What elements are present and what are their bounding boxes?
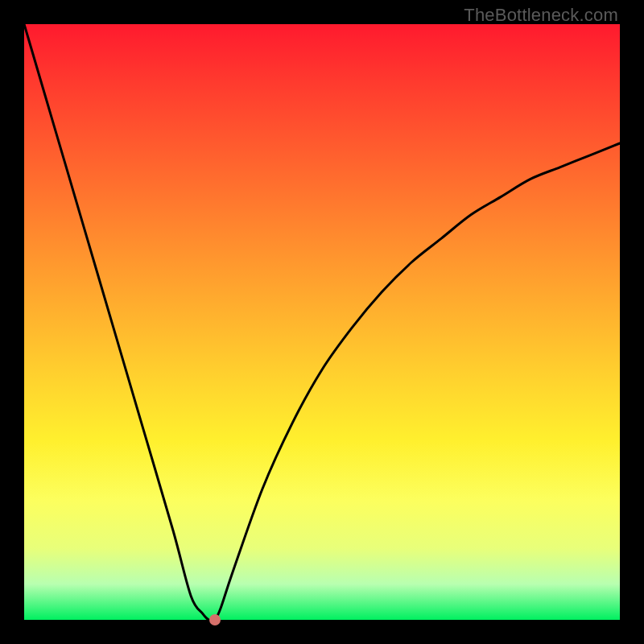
watermark-text: TheBottleneck.com [464, 5, 618, 26]
plot-area [24, 24, 620, 620]
bottleneck-curve-line [24, 24, 620, 621]
curve-svg [24, 24, 620, 620]
chart-frame: TheBottleneck.com [0, 0, 644, 644]
optimum-marker [209, 614, 221, 625]
